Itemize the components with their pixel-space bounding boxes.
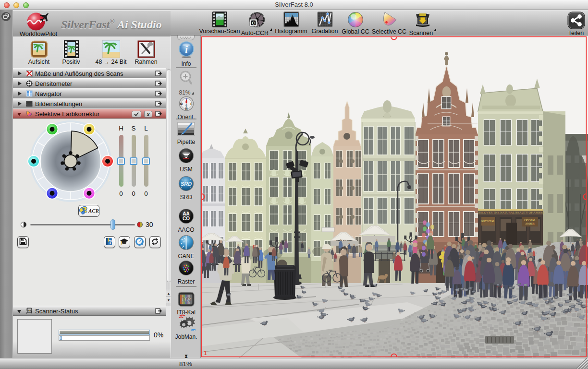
svg-text:SRD: SRD — [181, 181, 192, 187]
svg-text:IT8: IT8 — [182, 296, 191, 303]
svg-text:CO: CO — [183, 216, 190, 221]
svg-text:E: E — [190, 102, 193, 106]
svg-text:C: C — [252, 21, 255, 25]
svg-text:i: i — [185, 44, 188, 55]
svg-text:N: N — [185, 107, 187, 110]
svg-text:ACR: ACR — [88, 208, 99, 214]
svg-text:M: M — [180, 102, 182, 106]
svg-text:?: ? — [109, 239, 112, 245]
svg-text:1: 1 — [204, 349, 207, 357]
